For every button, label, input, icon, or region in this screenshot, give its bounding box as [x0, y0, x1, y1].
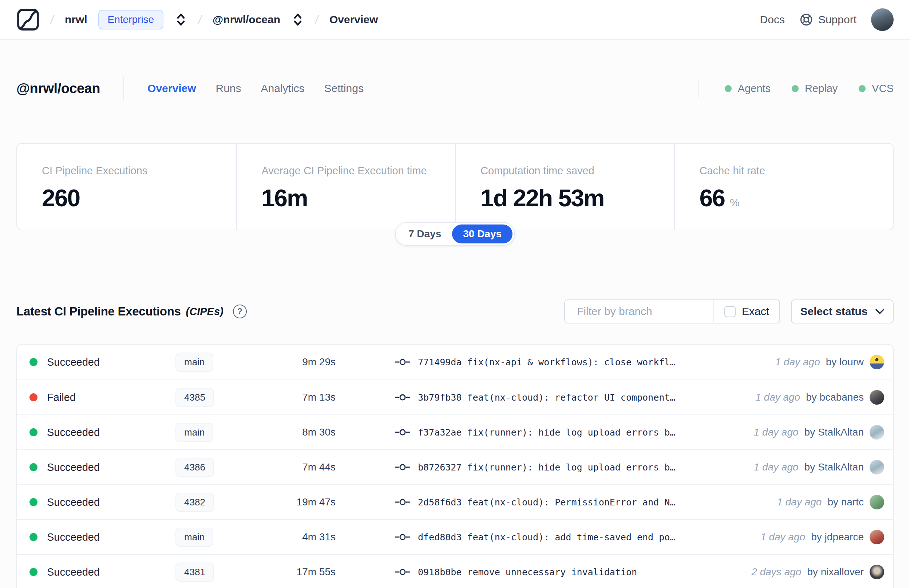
- status-replay[interactable]: Replay: [792, 82, 837, 95]
- chevron-down-icon: [875, 309, 884, 314]
- status-dot-icon: [29, 533, 37, 541]
- cipes-title-suffix: (CIPEs): [186, 305, 223, 318]
- divider: [123, 77, 124, 100]
- cipe-row[interactable]: Failed 4385 7m 13s 3b79fb38 feat(nx-clou…: [17, 380, 893, 414]
- tab-settings[interactable]: Settings: [324, 82, 364, 95]
- exact-label: Exact: [742, 305, 769, 318]
- branch-badge[interactable]: 4385: [175, 388, 214, 407]
- breadcrumb-separator: /: [50, 13, 55, 27]
- range-7-days[interactable]: 7 Days: [398, 225, 452, 244]
- life-ring-icon: [799, 13, 813, 27]
- tab-overview[interactable]: Overview: [147, 82, 196, 95]
- org-switcher-button[interactable]: [175, 11, 187, 28]
- cipe-author: by nixallover: [807, 566, 864, 578]
- git-commit-icon: [394, 568, 411, 576]
- stat-value: 66: [700, 184, 725, 212]
- branch-filter-group: Exact: [564, 299, 780, 323]
- cipe-duration: 4m 31s: [265, 531, 361, 543]
- breadcrumb-org[interactable]: nrwl: [65, 13, 87, 26]
- commit-hash: f37a32ae: [418, 427, 462, 438]
- author-avatar: [870, 425, 884, 439]
- workspace-header: @nrwl/ocean Overview Runs Analytics Sett…: [0, 40, 910, 102]
- cipe-status: Succeeded: [47, 426, 100, 438]
- cipe-table: Succeeded main 9m 29s 771499da fix(nx-ap…: [16, 344, 894, 588]
- cipe-row[interactable]: Succeeded main 8m 30s f37a32ae fix(runne…: [17, 414, 893, 449]
- enterprise-badge: Enterprise: [98, 10, 164, 29]
- cipe-time-ago: 1 day ago: [777, 496, 821, 508]
- cipe-row[interactable]: Succeeded 4386 7m 44s b8726327 fix(runne…: [17, 449, 893, 484]
- commit-hash: dfed80d3: [418, 532, 462, 543]
- cipe-status: Failed: [47, 391, 76, 404]
- nx-cloud-logo-icon: [16, 8, 40, 31]
- range-30-days[interactable]: 30 Days: [452, 225, 512, 244]
- cipe-author: by jdpearce: [811, 531, 864, 543]
- up-down-chevron-icon: [293, 13, 303, 27]
- stat-value: 1d 22h 53m: [480, 184, 604, 212]
- author-avatar: [870, 565, 884, 579]
- branch-badge[interactable]: 4382: [175, 493, 214, 512]
- user-avatar[interactable]: [871, 8, 894, 31]
- workspace-switcher-button[interactable]: [291, 11, 304, 28]
- branch-badge[interactable]: main: [175, 423, 213, 442]
- commit-message: feat(nx-cloud): add time-saved end po…: [467, 532, 675, 543]
- git-commit-icon: [394, 463, 411, 471]
- cipe-status: Succeeded: [47, 356, 100, 368]
- stat-unit: %: [730, 197, 740, 209]
- cipe-row[interactable]: Succeeded main 4m 31s dfed80d3 feat(nx-c…: [17, 519, 893, 554]
- author-avatar: [870, 530, 884, 544]
- cipe-time-ago: 1 day ago: [754, 461, 798, 473]
- tab-analytics[interactable]: Analytics: [261, 82, 305, 95]
- cipe-status: Succeeded: [47, 531, 100, 543]
- support-link[interactable]: Support: [799, 13, 857, 27]
- breadcrumb-separator: /: [198, 13, 203, 27]
- help-icon[interactable]: ?: [233, 305, 247, 318]
- date-range-toggle: 7 Days 30 Days: [395, 222, 515, 246]
- up-down-chevron-icon: [176, 13, 186, 27]
- select-status-button[interactable]: Select status: [791, 299, 894, 323]
- cipe-duration: 7m 44s: [265, 461, 361, 473]
- status-dot-icon: [29, 463, 37, 471]
- author-avatar: [870, 495, 884, 509]
- cipe-row[interactable]: Succeeded 4381 17m 55s 0918b0be remove u…: [17, 554, 893, 588]
- cipe-duration: 19m 47s: [265, 496, 361, 508]
- tab-runs[interactable]: Runs: [215, 82, 241, 95]
- git-commit-icon: [394, 498, 411, 506]
- git-commit-icon: [394, 428, 411, 436]
- branch-badge[interactable]: 4386: [175, 458, 214, 477]
- nx-cloud-logo[interactable]: [16, 8, 40, 31]
- branch-badge[interactable]: 4381: [175, 562, 214, 582]
- cipe-author: by StalkAltan: [805, 461, 864, 473]
- breadcrumb-workspace[interactable]: @nrwl/ocean: [213, 13, 280, 26]
- status-vcs[interactable]: VCS: [859, 82, 894, 95]
- commit-message: feat(nx-cloud): PermissionError and N…: [467, 497, 675, 507]
- cipe-row[interactable]: Succeeded 4382 19m 47s 2d58f6d3 feat(nx-…: [17, 484, 893, 519]
- commit-hash: 771499da: [418, 357, 462, 367]
- author-avatar: [870, 460, 884, 475]
- stat-label: Average CI Pipeline Execution time: [262, 165, 441, 177]
- status-agents[interactable]: Agents: [725, 82, 771, 95]
- git-commit-icon: [394, 393, 411, 401]
- status-dot-icon: [29, 568, 37, 576]
- cipe-time-ago: 2 days ago: [751, 566, 801, 578]
- cipe-row[interactable]: Succeeded main 9m 29s 771499da fix(nx-ap…: [17, 344, 893, 380]
- status-dot-icon: [29, 393, 37, 401]
- cipes-controls: Exact Select status: [564, 299, 894, 323]
- commit-message: feat(nx-cloud): refactor UI component…: [467, 392, 675, 403]
- status-label: Agents: [738, 82, 771, 95]
- branch-filter-input[interactable]: [565, 300, 713, 323]
- workspace-tabs: Overview Runs Analytics Settings: [147, 82, 364, 95]
- git-commit-icon: [394, 358, 411, 366]
- cipe-duration: 7m 13s: [265, 391, 361, 403]
- branch-badge[interactable]: main: [175, 352, 213, 372]
- stats-cards: CI Pipeline Executions 260 Average CI Pi…: [16, 143, 894, 230]
- status-dot-icon: [29, 358, 37, 366]
- git-commit-icon: [394, 533, 411, 541]
- cipe-duration: 17m 55s: [265, 566, 361, 578]
- stats-section: CI Pipeline Executions 260 Average CI Pi…: [16, 143, 894, 230]
- status-dot-icon: [29, 428, 37, 436]
- exact-checkbox[interactable]: [724, 306, 735, 317]
- cipe-author: by bcabanes: [806, 391, 864, 403]
- docs-link[interactable]: Docs: [760, 13, 785, 26]
- branch-badge[interactable]: main: [175, 528, 213, 547]
- page-title: @nrwl/ocean: [16, 81, 100, 97]
